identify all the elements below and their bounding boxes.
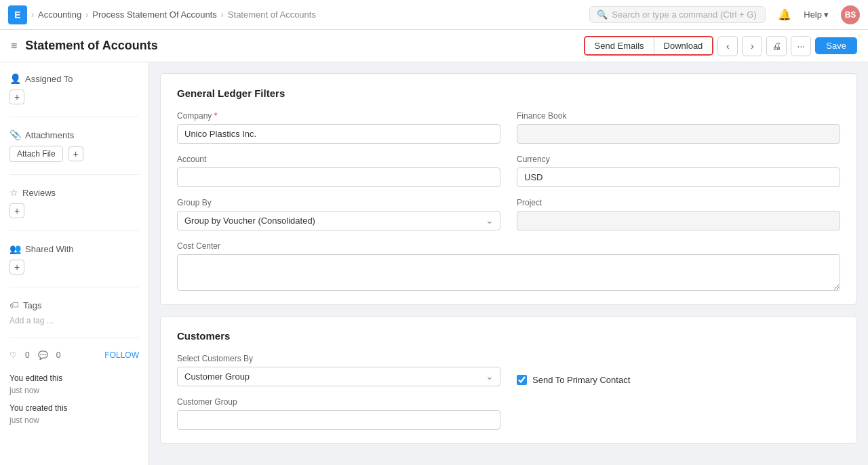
top-nav-right: 🔔 Help ▾ BS [778, 5, 860, 24]
company-input[interactable] [177, 124, 500, 144]
highlighted-actions: Send Emails Download [584, 36, 714, 56]
company-field: Company * [177, 111, 500, 144]
company-required-star: * [214, 111, 218, 121]
cost-center-input[interactable] [177, 254, 840, 291]
print-button[interactable]: 🖨 [766, 36, 787, 56]
shared-with-header: 👥 Shared With [9, 243, 139, 254]
more-button[interactable]: ··· [791, 36, 811, 56]
likes-count: 0 [25, 350, 30, 360]
finance-book-field: Finance Book [517, 111, 840, 144]
attach-add-button[interactable]: + [68, 146, 83, 161]
tags-label: Tags [23, 300, 41, 310]
heart-icon: ♡ [9, 350, 17, 360]
gl-filters-title: General Ledger Filters [177, 87, 840, 99]
shared-with-add-button[interactable]: + [9, 260, 24, 275]
attachments-section: 📎 Attachments Attach File + [9, 129, 139, 162]
comments-count: 0 [56, 350, 61, 360]
group-by-select[interactable]: Group by Voucher (Consolidated) [177, 211, 500, 230]
header-actions: Send Emails Download ‹ › 🖨 ··· Save [584, 36, 857, 56]
breadcrumb-accounting[interactable]: Accounting [38, 9, 81, 20]
user-icon: 👤 [9, 73, 21, 84]
download-button[interactable]: Download [654, 37, 713, 54]
cost-center-label: Cost Center [177, 241, 840, 251]
divider-4 [9, 287, 139, 287]
tags-section: 🏷 Tags Add a tag ... [9, 300, 139, 325]
tags-header: 🏷 Tags [9, 300, 139, 310]
project-field: Project [517, 198, 840, 230]
account-field: Account [177, 155, 500, 187]
reviews-section: ☆ Reviews + [9, 187, 139, 218]
gl-filters-card: General Ledger Filters Company * Finance… [160, 73, 857, 305]
divider-5 [9, 338, 139, 338]
follow-button[interactable]: FOLLOW [104, 350, 139, 360]
activity-section: You edited this just now You created thi… [9, 372, 139, 426]
reviews-label: Reviews [22, 188, 56, 198]
group-by-label: Group By [177, 198, 500, 207]
help-button[interactable]: Help ▾ [798, 7, 834, 22]
account-label: Account [177, 155, 500, 164]
save-button[interactable]: Save [815, 37, 857, 54]
project-label: Project [517, 198, 840, 207]
breadcrumb-sep-3: › [221, 10, 224, 20]
help-label: Help [804, 9, 822, 20]
reviews-add-button[interactable]: + [9, 203, 24, 218]
company-label: Company * [177, 111, 500, 121]
divider-1 [9, 117, 139, 117]
customers-card: Customers Select Customers By Customer G… [160, 316, 857, 444]
assigned-to-label: Assigned To [25, 74, 73, 84]
avatar[interactable]: BS [841, 5, 860, 24]
tag-icon: 🏷 [9, 300, 19, 310]
customer-group-input[interactable] [177, 410, 500, 430]
select-customers-by-wrapper: Customer Group [177, 367, 500, 386]
notification-icon[interactable]: 🔔 [778, 8, 791, 21]
main-header: ≡ Statement of Accounts Send Emails Down… [0, 30, 868, 62]
cost-center-field: Cost Center [177, 241, 840, 291]
page-title: Statement of Accounts [25, 39, 157, 53]
prev-button[interactable]: ‹ [717, 36, 738, 56]
reviews-header: ☆ Reviews [9, 187, 139, 198]
breadcrumb-process[interactable]: Process Statement Of Accounts [92, 9, 217, 20]
customer-group-field: Customer Group [177, 397, 500, 430]
app-logo[interactable]: E [8, 5, 27, 24]
send-to-primary-checkbox[interactable] [517, 375, 527, 385]
help-chevron-icon: ▾ [824, 9, 829, 20]
divider-3 [9, 230, 139, 231]
comment-icon: 💬 [38, 350, 48, 360]
activity-item-1: You edited this just now [9, 372, 139, 397]
send-emails-button[interactable]: Send Emails [585, 37, 654, 54]
assigned-to-header: 👤 Assigned To [9, 73, 139, 84]
attachments-label: Attachments [25, 130, 74, 140]
project-input[interactable] [517, 211, 840, 230]
gl-filters-form: Company * Finance Book Account Currency [177, 111, 840, 291]
currency-input[interactable] [517, 167, 840, 187]
layout: 👤 Assigned To + 📎 Attachments Attach Fil… [0, 62, 868, 465]
attach-file-button[interactable]: Attach File [9, 146, 63, 162]
send-to-primary-row: Send To Primary Contact [517, 375, 840, 385]
customers-title: Customers [177, 330, 840, 342]
hamburger-icon[interactable]: ≡ [11, 40, 17, 52]
add-tag-link[interactable]: Add a tag ... [9, 316, 139, 325]
follow-row: ♡ 0 💬 0 FOLLOW [9, 350, 139, 360]
search-icon: 🔍 [597, 9, 608, 20]
finance-book-input[interactable] [517, 124, 840, 144]
select-customers-by-field: Select Customers By Customer Group [177, 354, 500, 386]
next-button[interactable]: › [742, 36, 762, 56]
shared-with-section: 👥 Shared With + [9, 243, 139, 275]
group-by-field: Group By Group by Voucher (Consolidated) [177, 198, 500, 230]
assigned-to-section: 👤 Assigned To + [9, 73, 139, 104]
send-to-primary-label: Send To Primary Contact [532, 375, 630, 385]
paperclip-icon: 📎 [9, 129, 21, 140]
account-input[interactable] [177, 167, 500, 187]
sidebar: 👤 Assigned To + 📎 Attachments Attach Fil… [0, 62, 149, 465]
select-customers-by-select[interactable]: Customer Group [177, 367, 500, 386]
attach-row: Attach File + [9, 146, 139, 162]
attachments-header: 📎 Attachments [9, 129, 139, 140]
breadcrumb-sep-1: › [31, 10, 34, 20]
breadcrumb-current: Statement of Accounts [228, 9, 316, 20]
send-to-primary-field: Send To Primary Contact [517, 354, 840, 386]
assigned-to-add-button[interactable]: + [9, 89, 24, 104]
finance-book-label: Finance Book [517, 111, 840, 121]
search-bar[interactable]: 🔍 Search or type a command (Ctrl + G) [589, 6, 766, 23]
select-customers-by-label: Select Customers By [177, 354, 500, 363]
customer-group-label: Customer Group [177, 397, 500, 407]
